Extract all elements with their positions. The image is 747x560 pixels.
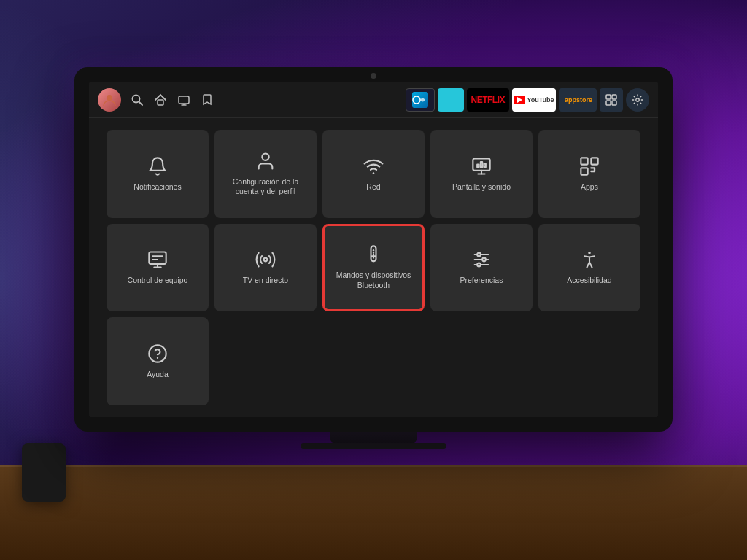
bell-icon: [147, 156, 168, 176]
tile-ayuda[interactable]: Ayuda: [107, 317, 209, 405]
tile-red[interactable]: Red: [322, 130, 425, 218]
netflix-app[interactable]: NETFLIX: [467, 88, 510, 112]
svg-point-43: [149, 345, 166, 362]
tile-control-label: Control de equipo: [128, 276, 188, 286]
tile-red-label: Red: [366, 182, 380, 192]
wifi-icon: [363, 156, 384, 176]
help-icon: [147, 343, 168, 364]
tile-ayuda-label: Ayuda: [147, 370, 169, 380]
appstore-label: appstore: [565, 96, 592, 104]
tile-tv-directo-label: TV en directo: [243, 276, 288, 286]
tv-camera: [371, 73, 376, 79]
svg-point-16: [636, 98, 639, 101]
tile-pantalla-label: Pantalla y sonido: [452, 182, 511, 192]
sliders-icon: [471, 249, 492, 270]
svg-point-0: [107, 95, 112, 101]
svg-rect-13: [612, 95, 616, 99]
empty-cell-3: [430, 317, 533, 405]
monitor-icon: [147, 249, 168, 270]
tile-apps-label: Apps: [581, 182, 598, 192]
tile-pantalla[interactable]: Pantalla y sonido: [430, 130, 533, 218]
tile-tv-directo[interactable]: TV en directo: [214, 224, 317, 312]
empty-cell-1: [214, 317, 317, 405]
svg-point-42: [588, 252, 591, 254]
svg-rect-4: [179, 96, 189, 104]
svg-rect-15: [612, 101, 616, 105]
apps-icon: [579, 156, 600, 176]
tile-apps[interactable]: Apps: [538, 130, 640, 218]
bookmark-icon[interactable]: [197, 90, 217, 110]
tile-mandos[interactable]: Mandos y dispositivos Bluetooth: [322, 224, 425, 312]
prime-video-app[interactable]: [406, 88, 435, 112]
person-icon: [255, 151, 276, 171]
tile-control[interactable]: Control de equipo: [107, 224, 209, 312]
svg-rect-25: [149, 252, 166, 264]
tile-preferencias[interactable]: Preferencias: [430, 224, 533, 312]
tile-notificaciones[interactable]: Notificaciones: [107, 130, 209, 218]
svg-rect-14: [606, 101, 611, 105]
youtube-app[interactable]: YouTube: [512, 88, 556, 112]
accessibility-icon: [579, 249, 600, 270]
empty-cell-2: [322, 317, 425, 405]
display-icon: [471, 156, 492, 176]
tv-stand-base: [301, 443, 446, 449]
svg-rect-3: [158, 100, 163, 105]
tile-accesibilidad-label: Accesibilidad: [567, 276, 611, 286]
tv-screen: NETFLIX YouTube: [89, 82, 658, 417]
antenna-icon: [255, 249, 276, 270]
appstore-app[interactable]: appstore: [559, 88, 597, 112]
app-shortcuts: NETFLIX YouTube: [406, 88, 650, 112]
svg-point-17: [262, 153, 268, 160]
svg-point-41: [477, 263, 481, 267]
svg-point-39: [477, 253, 481, 257]
tile-notificaciones-label: Notificaciones: [133, 182, 181, 192]
tile-preferencias-label: Preferencias: [460, 276, 503, 286]
svg-rect-23: [591, 158, 597, 164]
youtube-play-icon: [514, 96, 525, 104]
tile-mandos-label: Mandos y dispositivos Bluetooth: [330, 271, 417, 290]
tv-icon[interactable]: [174, 90, 194, 110]
svg-rect-31: [371, 246, 376, 262]
home-icon[interactable]: [150, 90, 171, 110]
svg-point-40: [482, 258, 486, 262]
svg-point-7: [413, 96, 420, 104]
table-surface: [0, 465, 747, 560]
speaker: [22, 443, 66, 502]
tv-stand: [330, 432, 417, 443]
tile-cuenta[interactable]: Configuración de la cuenta y del perfil: [214, 130, 317, 218]
svg-point-30: [264, 258, 268, 262]
settings-grid: Notificaciones Configuración de la cuent…: [89, 118, 658, 417]
svg-rect-24: [581, 168, 587, 174]
svg-line-2: [139, 101, 143, 105]
youtube-label: YouTube: [527, 96, 554, 104]
svg-rect-22: [581, 158, 587, 164]
tile-cuenta-label: Configuración de la cuenta y del perfil: [220, 177, 311, 197]
navigation-bar: NETFLIX YouTube: [89, 82, 658, 118]
tile-accesibilidad[interactable]: Accesibilidad: [538, 224, 640, 312]
teal-app[interactable]: [438, 88, 464, 112]
tv-frame: NETFLIX YouTube: [74, 67, 673, 432]
search-icon[interactable]: [127, 90, 147, 110]
svg-rect-12: [606, 95, 611, 99]
remote-icon: [363, 244, 384, 265]
svg-rect-19: [473, 158, 489, 170]
settings-shortcut[interactable]: [626, 88, 649, 112]
avatar[interactable]: [98, 88, 121, 112]
grid-icon[interactable]: [600, 88, 623, 112]
